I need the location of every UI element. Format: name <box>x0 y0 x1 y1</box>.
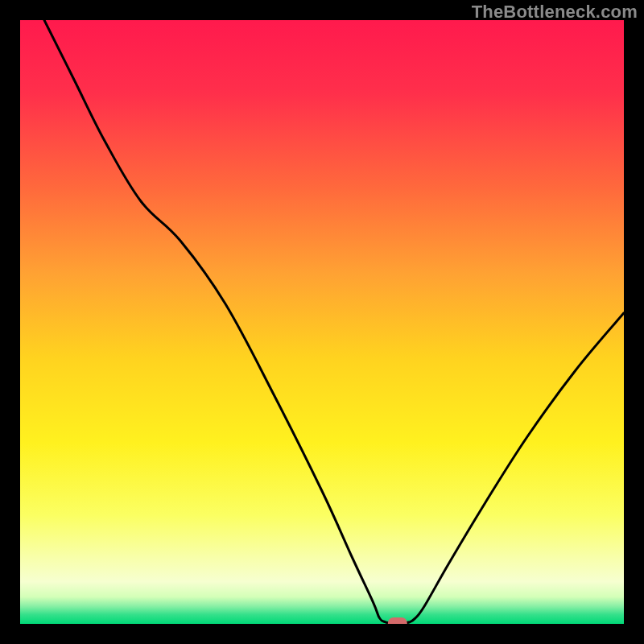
plot-area <box>20 20 624 624</box>
attribution-label: TheBottleneck.com <box>472 2 638 23</box>
bottleneck-curve <box>44 20 624 624</box>
chart-frame: TheBottleneck.com <box>0 0 644 644</box>
optimal-marker <box>388 617 407 624</box>
chart-overlay <box>20 20 624 624</box>
